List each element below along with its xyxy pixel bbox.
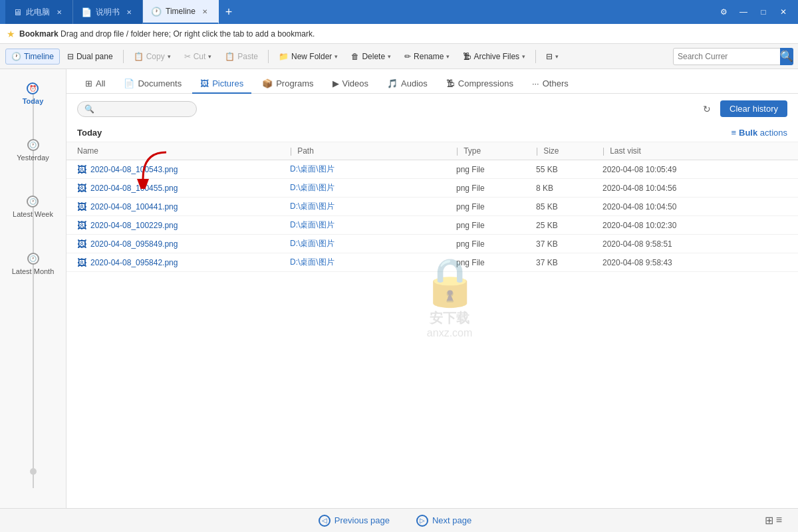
manual-icon: 📄: [81, 7, 92, 17]
cut-icon: ✂: [184, 52, 191, 61]
rename-button[interactable]: ✏ Rename ▾: [398, 49, 456, 65]
search-button[interactable]: 🔍: [780, 48, 793, 65]
tab-manual[interactable]: 📄 说明书 ✕: [73, 0, 143, 24]
history-search-input[interactable]: [98, 104, 192, 114]
list-view-button[interactable]: ≡: [776, 514, 782, 527]
archive-label: Archive Files: [473, 52, 519, 61]
section-title: Today: [77, 128, 102, 138]
pictures-icon: 🖼: [200, 78, 209, 88]
new-folder-label: New Folder: [291, 52, 332, 61]
tab-mypc-close[interactable]: ✕: [54, 7, 65, 17]
delete-button[interactable]: 🗑 Delete ▾: [345, 49, 397, 65]
today-label: Today: [23, 97, 44, 106]
bulk-actions-button[interactable]: ≡ Bulk actions: [731, 128, 787, 138]
file-name: 2020-04-08_100543.png: [90, 165, 178, 174]
copy-button[interactable]: 📋 Copy ▾: [128, 49, 177, 65]
archive-button[interactable]: 🗜 Archive Files ▾: [457, 49, 531, 65]
tab-manual-close[interactable]: ✕: [124, 7, 134, 17]
bottom-dot: [30, 468, 37, 475]
table-row[interactable]: 🖼 2020-04-08_100229.png D:\桌面\图片 png Fil…: [66, 216, 798, 235]
table-row[interactable]: 🖼 2020-04-08_095849.png D:\桌面\图片 png Fil…: [66, 235, 798, 253]
file-type: png File: [456, 202, 536, 211]
sidebar-item-yesterday[interactable]: 🕐 Yesterday: [17, 139, 49, 162]
latest-month-dot: 🕐: [27, 253, 39, 265]
next-page-icon: ▷: [416, 515, 428, 527]
grid-view-button[interactable]: ⊞: [765, 514, 773, 527]
file-name: 2020-04-08_095842.png: [90, 258, 178, 267]
file-size: 85 KB: [536, 202, 602, 211]
sep1: [123, 50, 124, 63]
file-name-cell: 🖼 2020-04-08_100455.png: [77, 183, 290, 194]
compressions-icon: 🗜: [446, 78, 455, 88]
filter-tab-audios[interactable]: 🎵 Audios: [379, 74, 436, 94]
new-folder-button[interactable]: 📁 New Folder ▾: [273, 49, 344, 65]
file-icon: 🖼: [77, 257, 86, 268]
maximize-button[interactable]: □: [754, 3, 773, 21]
refresh-button[interactable]: ↻: [700, 101, 714, 117]
tab-timeline[interactable]: 🕐 Timeline ✕: [143, 0, 219, 24]
yesterday-label: Yesterday: [17, 154, 49, 162]
compressions-label: Compressions: [458, 78, 513, 88]
tab-mypc[interactable]: 🖥 此电脑 ✕: [5, 0, 73, 24]
prev-page-icon: ◁: [319, 515, 331, 527]
main-container: ⏰ Today 🕐 Yesterday 🕐 Latest Week 🕐 Late…: [0, 69, 798, 508]
file-path: D:\桌面\图片: [290, 257, 456, 268]
yesterday-dot: 🕐: [27, 139, 39, 151]
rename-label: Rename: [414, 52, 444, 61]
videos-label: Videos: [342, 78, 369, 88]
table-row[interactable]: 🖼 2020-04-08_100455.png D:\桌面\图片 png Fil…: [66, 179, 798, 198]
previous-page-button[interactable]: ◁ Previous page: [319, 515, 390, 527]
table-row[interactable]: 🖼 2020-04-08_100441.png D:\桌面\图片 png Fil…: [66, 198, 798, 216]
filter-tab-others[interactable]: ··· Others: [524, 74, 577, 94]
timeline-button[interactable]: 🕐 Timeline: [5, 49, 60, 65]
tab-mypc-label: 此电脑: [26, 7, 50, 18]
rename-icon: ✏: [404, 52, 411, 61]
file-name-cell: 🖼 2020-04-08_100543.png: [77, 164, 290, 175]
titlebar: 🖥 此电脑 ✕ 📄 说明书 ✕ 🕐 Timeline ✕ + ⚙ — □ ✕: [0, 0, 798, 24]
table-row[interactable]: 🖼 2020-04-08_095842.png D:\桌面\图片 png Fil…: [66, 253, 798, 272]
extra-dropdown-icon: ▾: [555, 53, 559, 60]
sidebar-item-latest-week[interactable]: 🕐 Latest Week: [13, 196, 53, 219]
file-type: png File: [456, 184, 536, 193]
cut-dropdown-icon: ▾: [208, 53, 211, 60]
file-size: 37 KB: [536, 239, 602, 249]
settings-button[interactable]: ⚙: [714, 3, 733, 21]
history-search[interactable]: 🔍: [77, 101, 197, 117]
search-area[interactable]: 🔍: [673, 48, 793, 65]
sidebar-item-today[interactable]: ⏰ Today: [23, 82, 44, 106]
others-label: Others: [543, 78, 569, 88]
copy-label: Copy: [146, 52, 165, 61]
file-path: D:\桌面\图片: [290, 182, 456, 194]
filter-tab-documents[interactable]: 📄 Documents: [116, 74, 190, 94]
programs-icon: 📦: [262, 78, 273, 88]
dual-pane-button[interactable]: ⊟ Dual pane: [61, 49, 119, 65]
header-last-visit: | Last visit: [602, 146, 787, 156]
minimize-button[interactable]: —: [734, 3, 753, 21]
new-tab-button[interactable]: +: [219, 0, 239, 24]
file-icon: 🖼: [77, 183, 86, 194]
cut-button[interactable]: ✂ Cut ▾: [178, 49, 218, 65]
delete-dropdown-icon: ▾: [388, 53, 391, 60]
documents-label: Documents: [138, 78, 182, 88]
search-input[interactable]: [678, 52, 777, 61]
filter-tab-pictures[interactable]: 🖼 Pictures: [192, 74, 251, 94]
filter-tab-compressions[interactable]: 🗜 Compressions: [438, 74, 521, 94]
file-type: png File: [456, 221, 536, 230]
sidebar: ⏰ Today 🕐 Yesterday 🕐 Latest Week 🕐 Late…: [0, 69, 66, 508]
tab-timeline-close[interactable]: ✕: [200, 6, 210, 17]
clear-history-button[interactable]: Clear history: [720, 100, 787, 117]
filter-tab-videos[interactable]: ▶ Videos: [325, 74, 377, 94]
paste-button[interactable]: 📋 Paste: [219, 49, 264, 65]
next-page-button[interactable]: ▷ Next page: [416, 515, 471, 527]
filter-tab-programs[interactable]: 📦 Programs: [254, 74, 321, 94]
file-path: D:\桌面\图片: [290, 201, 456, 212]
table-row[interactable]: 🖼 2020-04-08_100543.png D:\桌面\图片 png Fil…: [66, 160, 798, 179]
extra-button[interactable]: ⊟ ▾: [540, 49, 565, 65]
sidebar-item-latest-month[interactable]: 🕐 Latest Month: [12, 253, 55, 276]
star-icon: ★: [7, 29, 15, 39]
filter-tab-all[interactable]: ⊞ All: [77, 74, 113, 94]
tab-manual-label: 说明书: [96, 7, 120, 18]
file-last-visit: 2020-04-08 10:02:30: [602, 221, 787, 230]
close-button[interactable]: ✕: [774, 3, 793, 21]
file-name: 2020-04-08_100455.png: [90, 184, 178, 193]
